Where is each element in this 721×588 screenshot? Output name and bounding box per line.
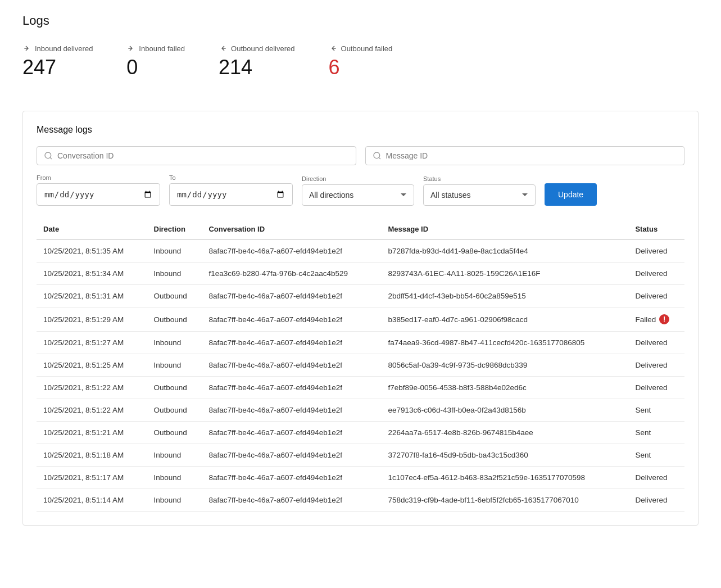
col-header-status: Status bbox=[628, 219, 684, 239]
stat-outbound-delivered: Outbound delivered 214 bbox=[219, 44, 294, 79]
table-row[interactable]: 10/25/2021, 8:51:27 AMInbound8afac7ff-be… bbox=[37, 332, 684, 354]
status-label: Status bbox=[423, 175, 536, 182]
cell-direction: Outbound bbox=[147, 422, 202, 444]
cell-status: Delivered bbox=[628, 489, 684, 512]
table-header: DateDirectionConversation IDMessage IDSt… bbox=[37, 219, 684, 239]
cell-status: Delivered bbox=[628, 332, 684, 354]
from-label: From bbox=[37, 174, 160, 181]
stat-label-row: Inbound failed bbox=[126, 44, 185, 53]
col-header-conversation-id: Conversation ID bbox=[202, 219, 381, 239]
cell-conversation-id: 8afac7ff-be4c-46a7-a607-efd494eb1e2f bbox=[202, 239, 381, 263]
table-row[interactable]: 10/25/2021, 8:51:21 AMOutbound8afac7ff-b… bbox=[37, 422, 684, 444]
cell-status: Delivered bbox=[628, 239, 684, 263]
failed-icon: ! bbox=[659, 314, 669, 324]
cell-conversation-id: 8afac7ff-be4c-46a7-a607-efd494eb1e2f bbox=[202, 354, 381, 377]
cell-date: 10/25/2021, 8:51:35 AM bbox=[37, 239, 147, 263]
message-logs-container: Message logs From To bbox=[22, 111, 699, 526]
svg-line-3 bbox=[379, 157, 380, 159]
cell-status: Sent bbox=[628, 422, 684, 444]
table-row[interactable]: 10/25/2021, 8:51:17 AMInbound8afac7ff-be… bbox=[37, 467, 684, 489]
message-logs-table: DateDirectionConversation IDMessage IDSt… bbox=[37, 219, 684, 512]
inbound-icon bbox=[22, 44, 31, 53]
conversation-id-input[interactable] bbox=[57, 151, 349, 160]
svg-line-1 bbox=[50, 157, 52, 159]
search-icon bbox=[44, 151, 53, 160]
cell-direction: Inbound bbox=[147, 239, 202, 263]
cell-conversation-id: 8afac7ff-be4c-46a7-a607-efd494eb1e2f bbox=[202, 377, 381, 399]
cell-status: Delivered bbox=[628, 285, 684, 307]
from-date-input[interactable] bbox=[37, 183, 160, 206]
cell-conversation-id: 8afac7ff-be4c-46a7-a607-efd494eb1e2f bbox=[202, 285, 381, 307]
table-row[interactable]: 10/25/2021, 8:51:22 AMOutbound8afac7ff-b… bbox=[37, 399, 684, 422]
conversation-id-search-box bbox=[37, 146, 356, 165]
stat-label-row: Outbound delivered bbox=[219, 44, 294, 53]
cell-message-id: ee7913c6-c06d-43ff-b0ea-0f2a43d8156b bbox=[382, 399, 629, 422]
page-title: Logs bbox=[22, 13, 699, 28]
status-failed: Failed! bbox=[635, 314, 678, 324]
cell-date: 10/25/2021, 8:51:34 AM bbox=[37, 263, 147, 285]
cell-direction: Inbound bbox=[147, 467, 202, 489]
stat-label-row: Outbound failed bbox=[329, 44, 393, 53]
cell-status: Delivered bbox=[628, 377, 684, 399]
svg-point-2 bbox=[374, 152, 380, 159]
message-id-input[interactable] bbox=[386, 151, 678, 160]
status-filter-group: Status All statusesDeliveredFailedSent bbox=[423, 175, 536, 206]
table-row[interactable]: 10/25/2021, 8:51:22 AMOutbound8afac7ff-b… bbox=[37, 377, 684, 399]
cell-status: Sent bbox=[628, 399, 684, 422]
cell-date: 10/25/2021, 8:51:29 AM bbox=[37, 307, 147, 332]
table-row[interactable]: 10/25/2021, 8:51:18 AMInbound8afac7ff-be… bbox=[37, 444, 684, 467]
cell-direction: Outbound bbox=[147, 285, 202, 307]
cell-date: 10/25/2021, 8:51:22 AM bbox=[37, 377, 147, 399]
table-row[interactable]: 10/25/2021, 8:51:31 AMOutbound8afac7ff-b… bbox=[37, 285, 684, 307]
stat-inbound-failed: Inbound failed 0 bbox=[126, 44, 185, 79]
svg-point-0 bbox=[45, 152, 51, 159]
cell-message-id: 8056c5af-0a39-4c9f-9735-dc9868dcb339 bbox=[382, 354, 629, 377]
stat-label: Outbound failed bbox=[341, 44, 393, 53]
table-row[interactable]: 10/25/2021, 8:51:34 AMInboundf1ea3c69-b2… bbox=[37, 263, 684, 285]
cell-message-id: 2264aa7a-6517-4e8b-826b-9674815b4aee bbox=[382, 422, 629, 444]
cell-date: 10/25/2021, 8:51:18 AM bbox=[37, 444, 147, 467]
col-header-message-id: Message ID bbox=[382, 219, 629, 239]
col-header-direction: Direction bbox=[147, 219, 202, 239]
table-body: 10/25/2021, 8:51:35 AMInbound8afac7ff-be… bbox=[37, 239, 684, 512]
cell-message-id: f7ebf89e-0056-4538-b8f3-588b4e02ed6c bbox=[382, 377, 629, 399]
message-id-search-box bbox=[365, 146, 685, 165]
cell-message-id: 8293743A-61EC-4A11-8025-159C26A1E16F bbox=[382, 263, 629, 285]
cell-message-id: b385ed17-eaf0-4d7c-a961-02906f98cacd bbox=[382, 307, 629, 332]
table-row[interactable]: 10/25/2021, 8:51:25 AMInbound8afac7ff-be… bbox=[37, 354, 684, 377]
to-label: To bbox=[169, 174, 293, 181]
direction-select[interactable]: All directionsInboundOutbound bbox=[302, 184, 414, 206]
cell-direction: Inbound bbox=[147, 489, 202, 512]
table-row[interactable]: 10/25/2021, 8:51:14 AMInbound8afac7ff-be… bbox=[37, 489, 684, 512]
cell-direction: Outbound bbox=[147, 399, 202, 422]
cell-status: Delivered bbox=[628, 354, 684, 377]
search-icon-2 bbox=[373, 151, 382, 160]
stat-label-row: Inbound delivered bbox=[22, 44, 93, 53]
table-row[interactable]: 10/25/2021, 8:51:29 AMOutbound8afac7ff-b… bbox=[37, 307, 684, 332]
cell-status: Failed! bbox=[628, 307, 684, 332]
table-row[interactable]: 10/25/2021, 8:51:35 AMInbound8afac7ff-be… bbox=[37, 239, 684, 263]
section-title: Message logs bbox=[37, 125, 684, 135]
cell-date: 10/25/2021, 8:51:22 AM bbox=[37, 399, 147, 422]
cell-message-id: 2bdff541-d4cf-43eb-bb54-60c2a859e515 bbox=[382, 285, 629, 307]
filters-row2: From To Direction All directionsInboundO… bbox=[37, 174, 684, 206]
outbound-icon bbox=[329, 44, 338, 53]
cell-date: 10/25/2021, 8:51:21 AM bbox=[37, 422, 147, 444]
to-date-input[interactable] bbox=[169, 183, 293, 206]
cell-conversation-id: 8afac7ff-be4c-46a7-a607-efd494eb1e2f bbox=[202, 422, 381, 444]
status-select[interactable]: All statusesDeliveredFailedSent bbox=[423, 184, 536, 206]
cell-conversation-id: f1ea3c69-b280-47fa-976b-c4c2aac4b529 bbox=[202, 263, 381, 285]
cell-direction: Outbound bbox=[147, 307, 202, 332]
cell-message-id: 1c107ec4-ef5a-4612-b463-83a2f521c59e-163… bbox=[382, 467, 629, 489]
cell-direction: Outbound bbox=[147, 377, 202, 399]
cell-message-id: fa74aea9-36cd-4987-8b47-411cecfd420c-163… bbox=[382, 332, 629, 354]
direction-label: Direction bbox=[302, 175, 414, 182]
update-button[interactable]: Update bbox=[545, 183, 597, 206]
cell-direction: Inbound bbox=[147, 332, 202, 354]
table-wrapper: DateDirectionConversation IDMessage IDSt… bbox=[37, 219, 684, 512]
outbound-icon bbox=[219, 44, 228, 53]
filters-row1 bbox=[37, 146, 684, 165]
cell-message-id: b7287fda-b93d-4d41-9a8e-8ac1cda5f4e4 bbox=[382, 239, 629, 263]
stat-value: 214 bbox=[219, 55, 294, 79]
stat-label: Inbound delivered bbox=[35, 44, 93, 53]
